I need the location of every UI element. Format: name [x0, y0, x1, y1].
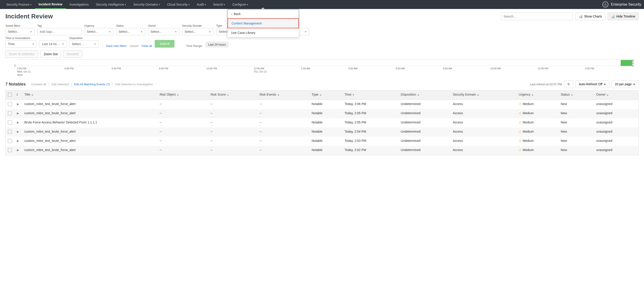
- cell-disposition: Undetermined: [398, 118, 451, 127]
- th-time[interactable]: Time ▾: [342, 90, 398, 100]
- cell-status: New: [558, 109, 594, 118]
- row-checkbox[interactable]: [8, 148, 12, 152]
- th-risk-score[interactable]: Risk Score ◆: [208, 90, 257, 100]
- auto-refresh-select[interactable]: Auto-Refresh Off ▼: [576, 80, 610, 88]
- saved-filters-select[interactable]: Select...▼: [6, 28, 34, 35]
- zoom-out-button[interactable]: Zoom Out: [40, 50, 61, 58]
- nav-label: Security Domains: [133, 3, 158, 6]
- tag-input[interactable]: [37, 28, 82, 35]
- th-type[interactable]: Type ◆: [310, 90, 342, 100]
- timeline-tick: 12:00 AMThu, Oct 12: [254, 67, 301, 76]
- nav-incident-review[interactable]: Incident Review: [35, 0, 66, 9]
- timeline-plot[interactable]: 2:00 PMWed, Oct 1120234:00 PM6:00 PM8:00…: [17, 59, 632, 77]
- expand-row-icon[interactable]: ▶: [17, 148, 19, 152]
- row-checkbox[interactable]: [8, 102, 12, 106]
- cell-time: Today, 2:02 PM: [342, 146, 398, 155]
- popover-use-case-library[interactable]: Use Case Library: [228, 28, 299, 37]
- urgency-select[interactable]: Select...▼: [84, 28, 114, 35]
- refresh-button[interactable]: ↻: [564, 80, 573, 88]
- select-all-checkbox[interactable]: [8, 93, 12, 97]
- nav-label: Search: [213, 3, 223, 6]
- th-disposition[interactable]: Disposition ◆: [398, 90, 451, 100]
- tag-label: Tag: [37, 24, 82, 27]
- nav-security-intelligence[interactable]: Security Intelligence▾: [92, 0, 130, 9]
- expand-row-icon[interactable]: ▶: [17, 102, 19, 106]
- cell-type: Notable: [310, 146, 342, 155]
- cell-owner: unassigned: [594, 137, 638, 146]
- th-risk-object[interactable]: Risk Object ◆: [158, 90, 208, 100]
- expand-row-icon[interactable]: ▶: [17, 130, 19, 133]
- select-value: Select...: [72, 42, 83, 46]
- sort-desc-icon: ▾: [353, 94, 354, 96]
- popover-content-management[interactable]: Content Management: [228, 18, 299, 28]
- search-input[interactable]: [501, 12, 573, 20]
- submit-button[interactable]: Submit: [155, 40, 174, 47]
- timeline-tick: 4:00 PM: [64, 67, 112, 76]
- timeline-bar[interactable]: [621, 60, 632, 66]
- expand-row-icon[interactable]: ▶: [17, 121, 19, 124]
- cell-owner: unassigned: [594, 127, 638, 137]
- hide-timeline-button[interactable]: 📊 Hide Timeline: [608, 12, 638, 20]
- expand-row-icon[interactable]: ▶: [17, 139, 19, 143]
- caret-down-icon: ▼: [206, 30, 211, 33]
- caret-down-icon: ▼: [106, 30, 111, 33]
- edit-all-matching-link[interactable]: Edit All Matching Events (7): [74, 83, 110, 86]
- bar-chart-icon: 📊: [611, 14, 615, 18]
- timeline-chart[interactable]: 0 2:00 PMWed, Oct 1120234:00 PM6:00 PM8:…: [6, 59, 638, 77]
- brand[interactable]: Enterprise Security: [602, 1, 641, 7]
- owner-select[interactable]: Select...▼: [148, 28, 180, 35]
- popover-back[interactable]: ‹ Back: [228, 9, 299, 19]
- nav-security-domains[interactable]: Security Domains▾: [130, 0, 164, 9]
- show-charts-button[interactable]: 📊 Show Charts: [576, 12, 606, 20]
- top-nav: Security Posture▾Incident ReviewInvestig…: [0, 0, 644, 9]
- th-risk-events[interactable]: Risk Events ◆: [257, 90, 310, 100]
- th-title[interactable]: Title ◆: [22, 90, 158, 100]
- clear-all-link[interactable]: Clear all: [142, 44, 152, 47]
- popover-item-label: Content Management: [232, 21, 262, 25]
- th-urgency[interactable]: Urgency ◆: [516, 90, 558, 100]
- caret-down-icon: ▾: [30, 3, 32, 6]
- info-icon[interactable]: i: [17, 93, 18, 96]
- nav-label: Cloud Security: [167, 3, 188, 6]
- nav-investigations[interactable]: Investigations: [66, 0, 92, 9]
- cell-risk-object: --: [158, 137, 208, 146]
- zoom-to-selection-button: Zoom To Selection: [6, 50, 38, 58]
- cell-risk-events: --: [257, 137, 310, 146]
- nav-audit[interactable]: Audit▾: [193, 0, 210, 9]
- table-row: ▶Brute Force Access Behavior Detected Fr…: [6, 118, 638, 127]
- cell-disposition: Undetermined: [398, 127, 451, 137]
- nav-search[interactable]: Search▾: [210, 0, 228, 9]
- per-page-select[interactable]: 20 per page ▼: [612, 80, 638, 88]
- row-checkbox[interactable]: [8, 130, 12, 134]
- expand-row-icon[interactable]: ▶: [17, 112, 19, 115]
- nav-security-posture[interactable]: Security Posture▾: [3, 0, 35, 9]
- disposition-select[interactable]: Select...▼: [70, 40, 98, 47]
- th-security-domain[interactable]: Security Domain ◆: [451, 90, 517, 100]
- th-status[interactable]: Status ◆: [558, 90, 594, 100]
- save-filters-link[interactable]: Save new filters: [106, 44, 127, 47]
- hide-timeline-label: Hide Timeline: [616, 14, 635, 18]
- time-range-picker[interactable]: Last 24 ho...▼: [40, 40, 67, 47]
- nav-label: Incident Review: [38, 2, 62, 6]
- time-assoc-select[interactable]: Time▼: [6, 40, 37, 47]
- status-select[interactable]: Select...▼: [116, 28, 145, 35]
- update-link: Update: [129, 44, 139, 47]
- row-checkbox[interactable]: [8, 120, 12, 125]
- cell-owner: unassigned: [594, 100, 638, 109]
- timeline-tick: 10:00 AM: [490, 67, 538, 76]
- security-domain-select[interactable]: Select...▼: [182, 28, 214, 35]
- sort-icon: ◆: [227, 94, 229, 96]
- cell-title: custom_mitre_test_brute_force_alert: [22, 100, 158, 109]
- cell-urgency: ⚠Medium: [516, 118, 558, 127]
- row-checkbox[interactable]: [8, 139, 12, 143]
- deselect-button: Deselect: [63, 50, 82, 58]
- row-checkbox[interactable]: [8, 111, 12, 115]
- cell-status: New: [558, 137, 594, 146]
- nav-configure[interactable]: Configure▾: [228, 0, 252, 9]
- caret-down-icon: ▾: [188, 3, 190, 6]
- page-header: Incident Review 📊 Show Charts 📊 Hide Tim…: [6, 12, 638, 20]
- sort-icon: ◆: [532, 94, 534, 96]
- cell-risk-object: --: [158, 109, 208, 118]
- nav-cloud-security[interactable]: Cloud Security▾: [164, 0, 193, 9]
- th-owner[interactable]: Owner ◆: [594, 90, 638, 100]
